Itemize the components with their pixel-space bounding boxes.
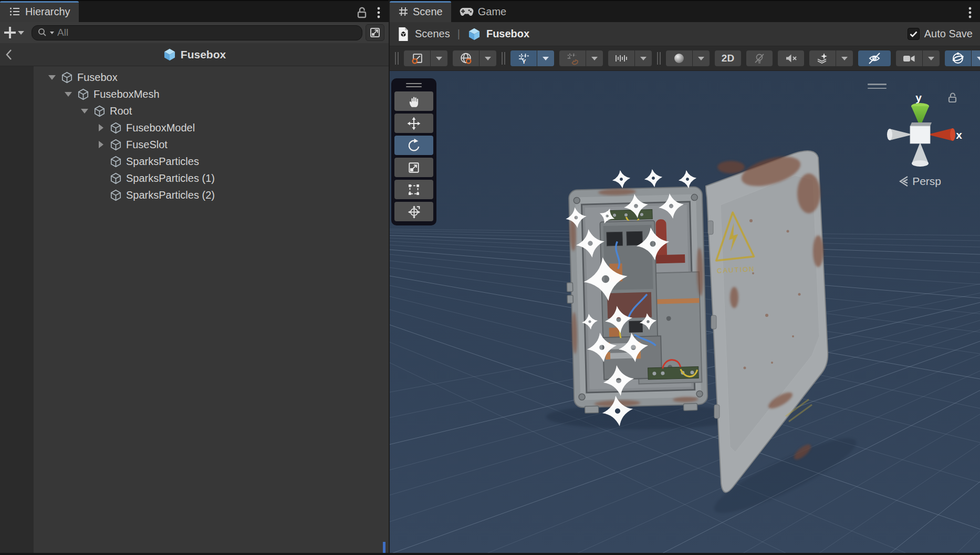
projection-mode-control[interactable]: Persp: [899, 175, 941, 188]
scene-orientation-gizmo: y: [883, 83, 973, 182]
gizmos-toggle-button[interactable]: [945, 50, 971, 66]
tree-item-label: FuseSlot: [126, 139, 168, 151]
tool-handle-rotation-globe-button[interactable]: [453, 50, 479, 66]
2d-view-button[interactable]: 2D: [715, 50, 741, 66]
tree-item-sparksparticles-2[interactable]: SparksParticles (2): [34, 187, 389, 203]
tree-item-label: SparksParticles (1): [126, 172, 215, 184]
move-tool-button[interactable]: [394, 114, 433, 133]
tree-item-label: FuseboxMesh: [93, 88, 160, 100]
scene-lighting-toggle[interactable]: [746, 50, 773, 66]
tab-hierarchy[interactable]: Hierarchy: [0, 1, 79, 22]
gameobject-cube-icon: [110, 122, 122, 134]
breadcrumb-current[interactable]: Fusebox: [486, 28, 529, 40]
snap-increment-button[interactable]: [608, 50, 634, 66]
tree-item-fusebox[interactable]: Fusebox: [34, 69, 389, 86]
grid-dropdown-caret[interactable]: [537, 50, 554, 66]
gameobject-cube-icon: [110, 189, 122, 201]
pick-object-button[interactable]: [366, 24, 384, 41]
toolbar-drag-handle[interactable]: [395, 52, 399, 65]
tree-item-sparksparticles-1[interactable]: SparksParticles (1): [34, 170, 389, 187]
tab-game-label: Game: [478, 6, 506, 18]
foldout-expanded-icon[interactable]: [79, 109, 90, 114]
axis-gizmo-center-cube[interactable]: [910, 122, 932, 143]
tool-palette-handle[interactable]: [406, 82, 422, 88]
tab-scene[interactable]: Scene: [390, 1, 451, 22]
pivot-dropdown-caret[interactable]: [431, 50, 447, 66]
scale-tool-button[interactable]: [394, 158, 433, 177]
rotate-icon: [407, 138, 421, 152]
toolbar-drag-handle[interactable]: [657, 52, 661, 65]
gameobject-cube-icon: [61, 71, 73, 84]
audio-mute-toggle[interactable]: [778, 50, 804, 66]
rotate-tool-button[interactable]: [394, 136, 433, 155]
breadcrumb: Fusebox: [0, 48, 389, 61]
grid-visibility-button[interactable]: Y: [510, 50, 537, 66]
foldout-collapsed-icon[interactable]: [95, 141, 107, 148]
prefab-cube-icon: [163, 48, 176, 61]
scene-options-bar: Scenes | Fusebox Auto Save: [390, 22, 980, 46]
tree-item-label: SparksParticles (2): [126, 189, 215, 201]
draw-mode-shaded-button[interactable]: [666, 50, 692, 66]
unity-editor-window: Hierarchy: [0, 0, 980, 555]
effects-toggle-button[interactable]: [809, 50, 836, 66]
effects-dropdown-caret[interactable]: [836, 50, 853, 66]
fusebox-body[interactable]: [565, 187, 708, 414]
scene-tab-bar: Scene Game: [390, 0, 980, 22]
transform-tool-button[interactable]: [394, 202, 433, 221]
transform-tool-icon: [407, 204, 421, 219]
tree-item-fuseboxmodel[interactable]: FuseboxModel: [34, 119, 389, 136]
hand-icon: [407, 95, 421, 108]
scene-viewport[interactable]: CAUTION: [390, 71, 980, 553]
tool-handle-pivot-button[interactable]: [404, 50, 430, 66]
gameobject-cube-icon: [77, 88, 89, 100]
back-chevron-icon[interactable]: [0, 49, 18, 60]
create-object-button[interactable]: [4, 27, 24, 38]
snap-dropdown-caret[interactable]: [586, 50, 603, 66]
axis-gizmo-x-cone[interactable]: [927, 128, 955, 141]
foldout-expanded-icon[interactable]: [46, 75, 58, 80]
hierarchy-search-field[interactable]: [32, 25, 362, 40]
tree-item-fuseboxmesh[interactable]: FuseboxMesh: [34, 86, 389, 102]
auto-save-checkbox[interactable]: [908, 28, 920, 40]
gameobject-cube-icon: [110, 172, 122, 184]
gizmos-dropdown-caret[interactable]: [972, 50, 980, 66]
kebab-menu-icon[interactable]: [968, 6, 972, 19]
axis-x-label: x: [956, 129, 962, 141]
draw-mode-dropdown-caret[interactable]: [693, 50, 710, 66]
breadcrumb-separator: |: [457, 28, 460, 40]
tree-item-sparksparticles[interactable]: SparksParticles: [34, 153, 389, 170]
axis-gizmo-left-cone[interactable]: [887, 129, 913, 140]
scene-tool-palette: [391, 78, 436, 225]
globe-dropdown-caret[interactable]: [479, 50, 496, 66]
view-tool-button[interactable]: [394, 91, 433, 111]
search-filter-caret-icon[interactable]: [50, 32, 54, 34]
tree-item-root[interactable]: Root: [34, 102, 389, 119]
tree-item-label: Fusebox: [77, 71, 118, 84]
dock-accent-bar: [383, 542, 385, 553]
toolbar-drag-handle[interactable]: [502, 52, 505, 65]
axis-gizmo-bottom-cone[interactable]: [912, 142, 929, 167]
plus-icon: [4, 27, 16, 38]
scene-grid-icon: [398, 6, 409, 17]
tab-hierarchy-label: Hierarchy: [25, 6, 70, 18]
foldout-collapsed-icon[interactable]: [95, 124, 107, 131]
increment-dropdown-caret[interactable]: [635, 50, 652, 66]
foldout-expanded-icon[interactable]: [62, 92, 74, 97]
chevron-down-icon: [18, 31, 24, 35]
persp-cone-icon: [899, 175, 909, 188]
kebab-menu-icon[interactable]: [377, 6, 380, 19]
tree-item-label: SparksParticles: [126, 156, 199, 168]
breadcrumb-scenes[interactable]: Scenes: [415, 28, 450, 40]
hierarchy-tab-bar: Hierarchy: [0, 0, 389, 22]
scene-camera-button[interactable]: [896, 50, 922, 66]
rect-tool-button[interactable]: [394, 180, 433, 199]
grid-snapping-button[interactable]: [559, 50, 586, 66]
scene-visibility-toggle[interactable]: [858, 50, 891, 66]
tree-item-fuseslot[interactable]: FuseSlot: [34, 136, 389, 153]
camera-dropdown-caret[interactable]: [923, 50, 940, 66]
lock-icon[interactable]: [356, 6, 368, 19]
tab-game[interactable]: Game: [451, 1, 515, 22]
fusebox-shadow: [546, 404, 741, 429]
search-input[interactable]: [56, 26, 357, 39]
move-icon: [407, 117, 421, 130]
